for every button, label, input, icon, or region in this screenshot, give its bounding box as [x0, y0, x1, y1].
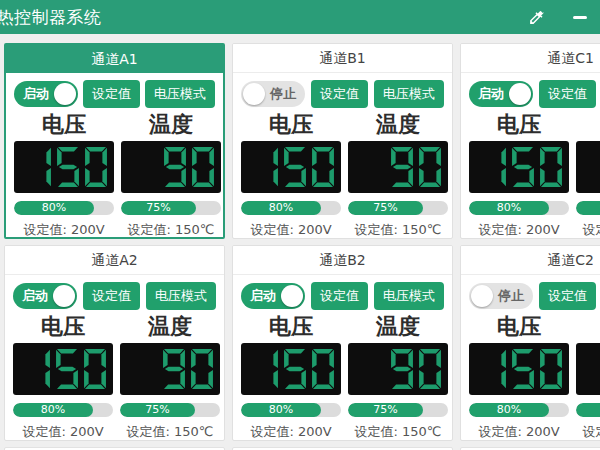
channel-body: 停止 设定值 电压模式 电压 80% 设定值: 200V 温度: [461, 275, 600, 441]
seven-segment-digit: [283, 348, 307, 390]
voltage-display: [469, 343, 569, 395]
channel-header[interactable]: 通道B2: [233, 246, 452, 275]
seven-segment-digit: [390, 146, 414, 188]
voltage-mode-button[interactable]: 电压模式: [145, 80, 215, 108]
voltage-mode-button[interactable]: 电压模式: [374, 80, 444, 108]
gauge-columns: 电压 80% 设定值: 200V 温度 75% 设定值: 150℃: [469, 314, 600, 441]
gauge-columns: 电压 80% 设定值: 200V 温度 75% 设定值: 150℃: [14, 112, 215, 239]
power-toggle[interactable]: 启动: [13, 283, 77, 309]
voltage-progress: 80%: [241, 201, 341, 215]
temperature-set-text: 设定值: 150℃: [583, 221, 600, 239]
channel-card[interactable]: 通道C1 启动 设定值 电压模式 电压 80% 设定值: 200V: [460, 43, 600, 239]
toggle-knob[interactable]: [471, 285, 493, 307]
page-header: 加热控制器系统: [0, 0, 600, 34]
voltage-label: 电压: [41, 314, 85, 340]
power-toggle[interactable]: 启动: [469, 81, 533, 107]
power-toggle[interactable]: 停止: [241, 81, 305, 107]
temperature-progress-fill: 75%: [576, 201, 600, 215]
voltage-progress: 80%: [469, 201, 569, 215]
seven-segment-digit: [283, 146, 307, 188]
voltage-label: 电压: [269, 112, 313, 138]
channel-card[interactable]: 通道B2 启动 设定值 电压模式 电压 80% 设定值: 200V: [232, 245, 453, 441]
temperature-progress-fill: 75%: [121, 201, 196, 215]
gauge-columns: 电压 80% 设定值: 200V 温度 75% 设定值: 150℃: [241, 112, 444, 239]
voltage-label: 电压: [42, 112, 86, 138]
set-value-button[interactable]: 设定值: [311, 80, 368, 108]
voltage-progress-fill: 80%: [241, 403, 321, 417]
voltage-mode-button[interactable]: 电压模式: [146, 282, 216, 310]
channel-header[interactable]: 通道C2: [461, 246, 600, 275]
temperature-progress-label: 75%: [146, 201, 170, 214]
seven-segment-digit: [190, 348, 214, 390]
toggle-knob[interactable]: [53, 285, 75, 307]
temperature-display: [120, 343, 220, 395]
channel-grid: 通道A1 启动 设定值 电压模式 电压 80% 设定值: 200V: [4, 43, 600, 450]
voltage-display: [241, 141, 341, 193]
set-value-button[interactable]: 设定值: [539, 80, 596, 108]
toggle-knob[interactable]: [243, 83, 265, 105]
toggle-label: 停止: [498, 287, 524, 305]
channel-header[interactable]: 通道C1: [461, 44, 600, 73]
voltage-progress: 80%: [241, 403, 341, 417]
voltage-progress-label: 80%: [269, 201, 293, 214]
gauge-columns: 电压 80% 设定值: 200V 温度 75% 设定值: 150℃: [13, 314, 216, 441]
voltage-label: 电压: [269, 314, 313, 340]
set-value-button[interactable]: 设定值: [83, 282, 140, 310]
voltage-set-text: 设定值: 200V: [22, 423, 103, 441]
channel-body: 启动 设定值 电压模式 电压 80% 设定值: 200V 温度: [5, 275, 224, 441]
voltage-column: 电压 80% 设定值: 200V: [469, 112, 569, 239]
voltage-label: 电压: [497, 314, 541, 340]
temperature-progress: 75%: [576, 201, 600, 215]
temperature-progress: 75%: [348, 201, 448, 215]
voltage-set-text: 设定值: 200V: [250, 221, 331, 239]
channel-card[interactable]: 通道A1 启动 设定值 电压模式 电压 80% 设定值: 200V: [4, 43, 225, 239]
seven-segment-digit: [162, 348, 186, 390]
temperature-progress: 75%: [120, 403, 220, 417]
toggle-label: 启动: [22, 287, 48, 305]
channel-body: 启动 设定值 电压模式 电压 80% 设定值: 200V 温度: [461, 73, 600, 239]
channel-card[interactable]: 通道B1 停止 设定值 电压模式 电压 80% 设定值: 200V: [232, 43, 453, 239]
toggle-label: 启动: [478, 85, 504, 103]
temperature-label: 温度: [376, 314, 420, 340]
voltage-progress-fill: 80%: [14, 201, 94, 215]
voltage-mode-button[interactable]: 电压模式: [374, 282, 444, 310]
channel-card[interactable]: 通道A2 启动 设定值 电压模式 电压 80% 设定值: 200V: [4, 245, 225, 441]
temperature-column: 温度 75% 设定值: 150℃: [121, 112, 221, 239]
temperature-progress-fill: 75%: [348, 403, 423, 417]
voltage-display: [13, 343, 113, 395]
voltage-progress-fill: 80%: [241, 201, 321, 215]
toggle-knob[interactable]: [509, 83, 531, 105]
temperature-display: [348, 343, 448, 395]
temperature-progress: 75%: [576, 403, 600, 417]
temperature-progress-label: 75%: [145, 403, 169, 416]
toggle-knob[interactable]: [281, 285, 303, 307]
channel-card[interactable]: 通道C2 停止 设定值 电压模式 电压 80% 设定值: 200V: [460, 245, 600, 441]
minimize-icon[interactable]: [570, 7, 590, 27]
channel-header[interactable]: 通道A2: [5, 246, 224, 275]
temperature-progress-fill: 75%: [348, 201, 423, 215]
header-toolbar: [526, 7, 590, 27]
temperature-column: 温度 75% 设定值: 150℃: [576, 112, 600, 239]
set-value-button[interactable]: 设定值: [539, 282, 596, 310]
channel-header[interactable]: 通道A1: [6, 45, 223, 73]
toggle-knob[interactable]: [54, 83, 76, 105]
controls-row: 停止 设定值 电压模式: [241, 80, 444, 108]
temperature-progress: 75%: [348, 403, 448, 417]
power-toggle[interactable]: 停止: [469, 283, 533, 309]
temperature-display: [576, 141, 600, 193]
seven-segment-digit: [311, 348, 335, 390]
channel-header[interactable]: 通道B1: [233, 44, 452, 73]
power-toggle[interactable]: 启动: [14, 81, 78, 107]
temperature-column: 温度 75% 设定值: 150℃: [348, 314, 448, 441]
power-toggle[interactable]: 启动: [241, 283, 305, 309]
seven-segment-digit: [27, 348, 51, 390]
set-value-button[interactable]: 设定值: [83, 80, 140, 108]
temperature-progress: 75%: [121, 201, 221, 215]
seven-segment-digit: [539, 348, 563, 390]
seven-segment-digit: [483, 146, 507, 188]
eyedropper-icon[interactable]: [526, 7, 546, 27]
controls-row: 启动 设定值 电压模式: [13, 282, 216, 310]
controls-row: 停止 设定值 电压模式: [469, 282, 600, 310]
set-value-button[interactable]: 设定值: [311, 282, 368, 310]
toggle-label: 启动: [250, 287, 276, 305]
